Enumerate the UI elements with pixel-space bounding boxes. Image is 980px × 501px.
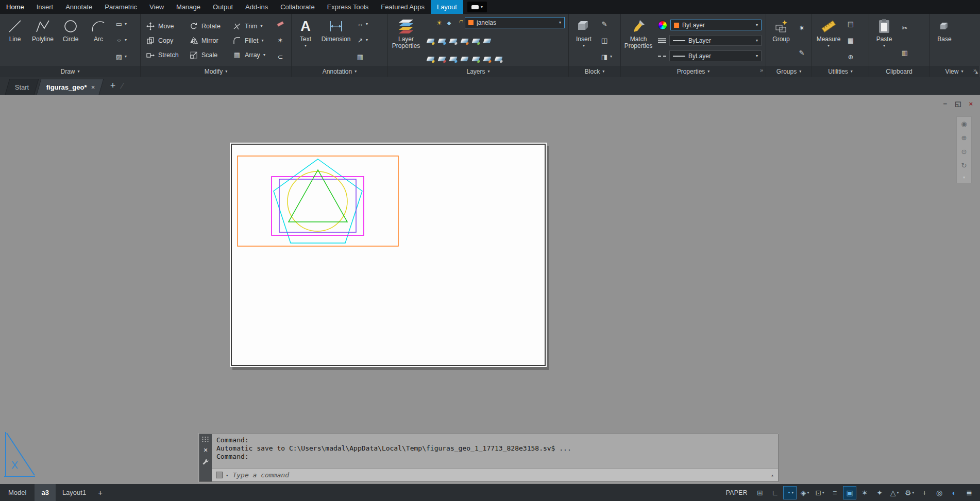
panel-label-view[interactable]: View ▾ » <box>930 66 979 77</box>
stretch-button[interactable]: Stretch <box>144 48 187 62</box>
file-tab-start[interactable]: Start <box>5 79 39 95</box>
layer-tool-icon[interactable] <box>472 39 480 43</box>
measure-button[interactable]: Measure ▾ <box>813 15 844 66</box>
tab-express-tools[interactable]: Express Tools <box>321 0 375 14</box>
group-edit-button[interactable]: ✎ <box>797 46 807 59</box>
object-snap-icon[interactable]: ⊡ ▾ <box>813 486 826 499</box>
drag-grip-icon[interactable] <box>201 436 210 442</box>
orbit-icon[interactable]: ↻ <box>961 162 967 169</box>
tab-insert[interactable]: Insert <box>30 0 60 14</box>
erase-button[interactable] <box>275 18 285 30</box>
tab-annotate[interactable]: Annotate <box>59 0 98 14</box>
object-color-select[interactable]: ByLayer ▾ <box>670 20 762 30</box>
rotate-button[interactable]: Rotate <box>187 19 230 33</box>
panel-label-layers[interactable]: Layers ▾ <box>388 66 568 77</box>
offset-button[interactable]: ⊂ <box>275 50 285 63</box>
layer-vp-freeze-icon[interactable]: ◆ <box>445 20 453 26</box>
layer-tool-icon[interactable] <box>449 57 458 61</box>
recent-commands-icon[interactable] <box>216 472 223 478</box>
snap-mode-icon[interactable]: ⊞ <box>753 486 767 499</box>
array-button[interactable]: ▦ Array ▾ <box>230 48 274 62</box>
graphics-performance-icon[interactable]: ◐ <box>948 486 961 499</box>
isodraft-icon[interactable]: ◈ ▾ <box>798 486 812 499</box>
layer-thaw-icon[interactable]: ☀ <box>435 19 443 27</box>
layer-select[interactable]: janelas ▾ <box>465 17 565 28</box>
workspace-dropdown[interactable]: ▾ <box>467 2 487 12</box>
annotation-visibility-icon[interactable]: ✶ <box>858 486 871 499</box>
tab-layout[interactable]: Layout <box>431 0 463 14</box>
layer-tool-icon[interactable] <box>427 57 435 61</box>
multileader-button[interactable]: ↗ ▾ <box>355 34 369 46</box>
file-tab-drawing[interactable]: figuras_geo* × <box>37 79 104 95</box>
navigation-wheel-icon[interactable]: ◉ <box>961 120 967 128</box>
linear-dimension-button[interactable]: ↔ ▾ <box>355 18 369 30</box>
layer-tool-icon[interactable] <box>438 57 446 61</box>
id-point-button[interactable]: ⊕ <box>846 50 856 63</box>
model-tab[interactable]: Model <box>0 489 35 496</box>
layout-tab-a3[interactable]: a3 <box>35 484 55 501</box>
polar-tracking-icon[interactable]: ◔ ▾ <box>783 486 797 499</box>
layer-tool-icon[interactable] <box>449 39 458 43</box>
new-drawing-tab-button[interactable]: + <box>104 80 122 91</box>
line-button[interactable]: Line <box>1 15 29 66</box>
layer-tool-icon[interactable] <box>483 39 492 43</box>
paste-button[interactable]: Paste ▾ <box>870 15 898 66</box>
trim-button[interactable]: Trim ▾ <box>230 19 274 33</box>
close-tab-icon[interactable]: × <box>91 83 98 91</box>
close-command-window-icon[interactable]: × <box>204 446 208 454</box>
selection-cycling-icon[interactable]: ▣ <box>843 486 856 499</box>
arc-button[interactable]: Arc <box>85 15 112 66</box>
command-settings-wrench-icon[interactable] <box>202 458 209 468</box>
panel-label-clipboard[interactable]: Clipboard <box>869 66 929 77</box>
scale-button[interactable]: Scale <box>187 48 230 62</box>
tab-parametric[interactable]: Parametric <box>98 0 143 14</box>
ortho-mode-icon[interactable]: ∟ <box>768 486 782 499</box>
layer-tool-icon[interactable] <box>438 39 446 43</box>
copy-button[interactable]: Copy <box>144 33 187 48</box>
base-button[interactable]: Base <box>931 15 958 66</box>
text-button[interactable]: A Text ▾ <box>293 15 318 66</box>
ungroup-button[interactable]: ✷ <box>797 22 807 34</box>
customize-menu-icon[interactable]: ≣ <box>962 486 976 499</box>
annotation-monitor-icon[interactable]: + <box>918 486 931 499</box>
new-layout-button[interactable]: + <box>93 488 108 497</box>
fillet-button[interactable]: Fillet ▾ <box>230 33 274 48</box>
mirror-button[interactable]: Mirror <box>187 33 230 48</box>
dimension-button[interactable]: Dimension <box>318 15 353 66</box>
chevron-down-icon[interactable]: ▾ <box>226 473 228 478</box>
close-window-icon[interactable]: × <box>969 100 973 108</box>
group-button[interactable]: Group <box>767 15 795 66</box>
layer-tool-icon[interactable] <box>461 39 469 43</box>
tab-output[interactable]: Output <box>207 0 239 14</box>
paper-space-button[interactable]: PAPER <box>726 489 748 496</box>
layer-properties-button[interactable]: Layer Properties <box>389 15 423 66</box>
explode-button[interactable]: ✶ <box>275 34 285 46</box>
lineweight-display-icon[interactable]: ≡ <box>828 486 841 499</box>
chevron-down-icon[interactable]: ▾ <box>963 176 965 180</box>
minimize-window-icon[interactable]: − <box>943 100 948 108</box>
lineweight-select[interactable]: ByLayer ▾ <box>669 35 762 46</box>
match-properties-button[interactable]: Match Properties <box>622 15 655 66</box>
restore-window-icon[interactable]: ◱ <box>955 100 961 108</box>
triangle-green[interactable] <box>289 170 347 222</box>
ellipse-button[interactable]: ○ ▾ <box>114 34 128 46</box>
command-history-up-icon[interactable]: ▴ <box>771 472 774 478</box>
panel-label-properties[interactable]: Properties ▾ » <box>621 66 766 77</box>
pan-icon[interactable]: ⊕ <box>961 134 967 142</box>
hatch-button[interactable]: ▨ ▾ <box>114 50 128 63</box>
layout-tab-layout1[interactable]: Layout1 <box>56 484 93 501</box>
block-attributes-button[interactable]: ◨ ▾ <box>599 50 613 63</box>
linetype-select[interactable]: ByLayer ▾ <box>669 50 762 61</box>
tab-view[interactable]: View <box>143 0 170 14</box>
properties-dialog-launcher-icon[interactable]: » <box>760 67 763 73</box>
panel-label-annotation[interactable]: Annotation ▾ <box>292 66 387 77</box>
create-block-button[interactable]: ◫ <box>599 34 613 46</box>
drawing-area[interactable]: − ◱ × ◉ ⊕ ⊙ ↻ ▾ × Command: Automatic sav… <box>0 95 980 484</box>
layer-tool-icon[interactable] <box>461 57 469 61</box>
zoom-icon[interactable]: ⊙ <box>961 148 967 156</box>
paper-shapes[interactable] <box>230 143 547 367</box>
command-input[interactable] <box>231 471 768 479</box>
panel-label-groups[interactable]: Groups ▾ <box>766 66 812 77</box>
ribbon-collapse-icon[interactable]: ▴ <box>975 69 978 75</box>
tab-collaborate[interactable]: Collaborate <box>274 0 321 14</box>
